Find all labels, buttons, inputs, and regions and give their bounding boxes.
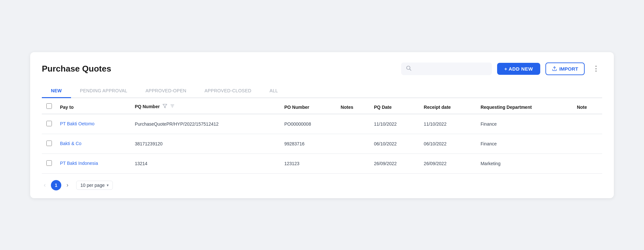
purchase-quotes-table: Pay to PQ Number <box>42 98 602 174</box>
svg-line-1 <box>410 69 411 70</box>
row3-note <box>573 153 602 173</box>
select-all-checkbox[interactable] <box>46 103 52 109</box>
row2-requesting-dept: Finance <box>477 134 573 153</box>
row1-pq-number: PurchaseQuotePR/HYP/2022/157512412 <box>131 114 280 134</box>
table-row: PT Bakti Indonesia 13214 123123 26/09/20… <box>42 153 602 173</box>
page-header: Purchase Quotes + ADD NEW IMPORT ⋮ <box>42 62 602 75</box>
row1-checkbox-cell[interactable] <box>42 114 56 134</box>
col-note: Note <box>573 98 602 114</box>
row1-requesting-dept: Finance <box>477 114 573 134</box>
chevron-down-icon: ▾ <box>107 183 109 188</box>
row2-note <box>573 134 602 153</box>
per-page-selector[interactable]: 10 per page ▾ <box>76 181 113 190</box>
search-box[interactable] <box>401 62 492 75</box>
row3-notes <box>337 153 370 173</box>
table-row: PT Bakti Oetomo PurchaseQuotePR/HYP/2022… <box>42 114 602 134</box>
row2-pq-number: 38171239120 <box>131 134 280 153</box>
row3-pq-date: 26/09/2022 <box>370 153 420 173</box>
row3-checkbox[interactable] <box>46 160 52 166</box>
row2-pq-date: 06/10/2022 <box>370 134 420 153</box>
current-page-number[interactable]: 1 <box>51 180 61 190</box>
per-page-label: 10 per page <box>80 183 105 188</box>
col-requesting-dept: Requesting Department <box>477 98 573 114</box>
row1-po-number: PO00000008 <box>280 114 337 134</box>
page-title: Purchase Quotes <box>42 64 396 74</box>
next-page-button[interactable]: › <box>65 180 70 190</box>
svg-marker-3 <box>163 104 167 108</box>
select-all-header[interactable] <box>42 98 56 114</box>
row3-pq-number: 13214 <box>131 153 280 173</box>
tab-new[interactable]: NEW <box>42 84 71 98</box>
row2-checkbox-cell[interactable] <box>42 134 56 153</box>
tab-approved-closed[interactable]: APPROVED-CLOSED <box>196 84 261 98</box>
search-icon <box>406 65 411 73</box>
tab-approved-open[interactable]: APPROVED-OPEN <box>137 84 196 98</box>
col-pay-to: Pay to <box>56 98 131 114</box>
tab-all[interactable]: ALL <box>260 84 287 98</box>
row3-pay-to[interactable]: PT Bakti Indonesia <box>56 153 131 173</box>
col-notes: Notes <box>337 98 370 114</box>
row1-notes <box>337 114 370 134</box>
col-receipt-date: Receipt date <box>420 98 477 114</box>
row3-po-number: 123123 <box>280 153 337 173</box>
col-pq-number: PQ Number <box>131 98 280 114</box>
row1-pay-to[interactable]: PT Bakti Oetomo <box>56 114 131 134</box>
import-label: IMPORT <box>559 66 578 72</box>
add-new-button[interactable]: + ADD NEW <box>497 63 540 75</box>
tab-pending-approval[interactable]: PENDING APPROVAL <box>71 84 137 98</box>
row2-pay-to[interactable]: Bakti & Co <box>56 134 131 153</box>
pq-filter-icon[interactable] <box>162 104 167 110</box>
row3-receipt-date: 26/09/2022 <box>420 153 477 173</box>
row3-requesting-dept: Marketing <box>477 153 573 173</box>
row1-pq-date: 11/10/2022 <box>370 114 420 134</box>
prev-page-button[interactable]: ‹ <box>42 180 48 190</box>
more-options-button[interactable]: ⋮ <box>590 64 602 74</box>
row2-po-number: 99283716 <box>280 134 337 153</box>
col-pq-date: PQ Date <box>370 98 420 114</box>
import-icon <box>552 66 557 71</box>
col-po-number: PO Number <box>280 98 337 114</box>
import-button[interactable]: IMPORT <box>545 62 585 75</box>
tab-bar: NEW PENDING APPROVAL APPROVED-OPEN APPRO… <box>42 84 602 98</box>
table-header-row: Pay to PQ Number <box>42 98 602 114</box>
row2-checkbox[interactable] <box>46 141 52 146</box>
pagination-bar: ‹ 1 › 10 per page ▾ <box>42 180 602 190</box>
main-card: Purchase Quotes + ADD NEW IMPORT ⋮ NEW P… <box>30 52 614 198</box>
row2-receipt-date: 06/10/2022 <box>420 134 477 153</box>
row1-receipt-date: 11/10/2022 <box>420 114 477 134</box>
row3-checkbox-cell[interactable] <box>42 153 56 173</box>
row1-checkbox[interactable] <box>46 121 52 126</box>
row1-note <box>573 114 602 134</box>
row2-notes <box>337 134 370 153</box>
table-row: Bakti & Co 38171239120 99283716 06/10/20… <box>42 134 602 153</box>
pq-adjust-icon[interactable] <box>170 104 175 110</box>
